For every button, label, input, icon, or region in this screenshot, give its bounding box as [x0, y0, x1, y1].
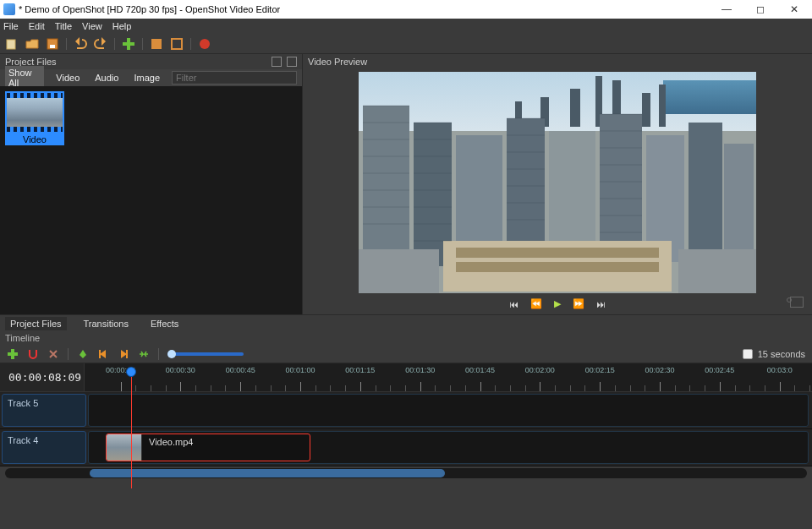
filter-audio[interactable]: Audio: [91, 71, 122, 85]
ruler-row: 00:00:08:09 00:00:1500:00:3000:00:4500:0…: [0, 363, 812, 392]
panel-close-icon[interactable]: [287, 57, 297, 67]
svg-rect-31: [678, 249, 756, 293]
fast-forward-icon[interactable]: ⏩: [573, 298, 584, 309]
fullscreen-icon[interactable]: [170, 37, 184, 51]
svg-rect-29: [456, 262, 659, 272]
tab-effects[interactable]: Effects: [145, 317, 184, 330]
snapshot-icon[interactable]: [790, 297, 804, 308]
clip-thumbnail: [107, 434, 142, 461]
clip[interactable]: Video.mp4: [106, 434, 310, 461]
track-row: Track 4Video.mp4: [0, 429, 812, 466]
zoom-lock-checkbox[interactable]: [743, 349, 753, 359]
razor-icon[interactable]: [47, 348, 59, 360]
menubar: File Edit Title View Help: [0, 19, 812, 34]
snap-icon[interactable]: [27, 348, 39, 360]
import-files-icon[interactable]: [122, 37, 135, 51]
files-area[interactable]: Video: [0, 86, 302, 314]
export-video-icon[interactable]: [198, 37, 211, 51]
file-item[interactable]: Video: [5, 91, 64, 145]
profile-icon[interactable]: [150, 37, 163, 51]
playhead[interactable]: [131, 367, 132, 488]
video-preview[interactable]: [359, 72, 756, 293]
zoom-label: 15 seconds: [758, 349, 805, 359]
video-preview-title: Video Preview: [308, 57, 367, 67]
track-header[interactable]: Track 4: [2, 431, 86, 464]
svg-rect-12: [642, 93, 650, 127]
menu-edit[interactable]: Edit: [29, 21, 45, 31]
timeline-panel: Timeline 15 seconds 00:00:08:09 00:00:15…: [0, 331, 812, 478]
ruler-label: 00:00:45: [226, 366, 255, 374]
rewind-icon[interactable]: ⏪: [530, 298, 542, 309]
svg-rect-6: [172, 39, 182, 49]
svg-rect-2: [50, 45, 55, 48]
ruler-label: 00:01:30: [405, 366, 435, 374]
filter-input[interactable]: [172, 71, 297, 85]
add-marker-icon[interactable]: [77, 348, 89, 360]
menu-help[interactable]: Help: [112, 21, 132, 31]
redo-icon[interactable]: [94, 37, 107, 51]
file-label: Video: [5, 134, 64, 145]
filter-video[interactable]: Video: [52, 71, 83, 85]
filter-row: Show All Video Audio Image: [0, 69, 302, 86]
ruler-label: 00:01:45: [465, 366, 495, 374]
timeline-label: Timeline: [0, 331, 812, 345]
timecode: 00:00:08:09: [0, 363, 85, 391]
jump-end-icon[interactable]: ⏭: [596, 299, 606, 309]
timeline-toolbar: 15 seconds: [0, 345, 812, 363]
center-playhead-icon[interactable]: [138, 348, 150, 360]
ruler-label: 00:02:15: [585, 366, 615, 374]
titlebar: * Demo of OpenShot [HD 720p 30 fps] - Op…: [0, 0, 812, 19]
video-preview-panel: Video Preview: [303, 54, 812, 314]
svg-rect-4: [123, 42, 134, 46]
ruler-label: 00:02:45: [705, 366, 734, 374]
zoom-slider[interactable]: [167, 352, 244, 356]
playhead-knob[interactable]: [126, 367, 136, 377]
close-button[interactable]: ✕: [780, 2, 809, 17]
time-ruler[interactable]: 00:00:1500:00:3000:00:4500:01:0000:01:15…: [85, 363, 812, 391]
prev-marker-icon[interactable]: [97, 348, 109, 360]
jump-start-icon[interactable]: ⏮: [509, 299, 518, 309]
panel-float-icon[interactable]: [272, 57, 282, 67]
play-icon[interactable]: ▶: [554, 298, 561, 309]
next-marker-icon[interactable]: [118, 348, 129, 360]
add-track-icon[interactable]: [7, 348, 19, 360]
save-project-icon[interactable]: [46, 37, 59, 51]
undo-icon[interactable]: [74, 37, 87, 51]
timeline-scrollbar[interactable]: [5, 468, 807, 478]
main-toolbar: [0, 34, 812, 54]
svg-rect-15: [570, 89, 580, 127]
tab-transitions[interactable]: Transitions: [79, 317, 134, 330]
svg-rect-0: [7, 40, 15, 49]
tab-project-files[interactable]: Project Files: [5, 317, 67, 330]
project-files-panel: Project Files Show All Video Audio Image…: [0, 54, 303, 314]
ruler-label: 00:01:00: [285, 366, 315, 374]
track-lane[interactable]: [88, 394, 809, 427]
ruler-label: 00:00:30: [166, 366, 195, 374]
tracks-area: Track 5Track 4Video.mp4: [0, 392, 812, 466]
svg-rect-28: [456, 248, 659, 258]
timeline-scrollbar-thumb[interactable]: [90, 469, 445, 477]
ruler-label: 00:03:0: [767, 366, 793, 374]
ruler-label: 00:02:30: [645, 366, 674, 374]
minimize-button[interactable]: —: [712, 2, 741, 17]
track-lane[interactable]: Video.mp4: [88, 431, 809, 464]
menu-file[interactable]: File: [3, 21, 19, 31]
file-thumbnail: [5, 91, 64, 134]
svg-rect-18: [363, 106, 409, 249]
track-header[interactable]: Track 5: [2, 394, 86, 427]
new-project-icon[interactable]: [5, 37, 19, 51]
svg-rect-9: [663, 80, 756, 114]
svg-rect-5: [151, 39, 162, 49]
menu-title[interactable]: Title: [55, 21, 72, 31]
filter-image[interactable]: Image: [130, 71, 163, 85]
window-title: * Demo of OpenShot [HD 720p 30 fps] - Op…: [19, 4, 712, 14]
menu-view[interactable]: View: [82, 21, 102, 31]
ruler-label: 00:01:15: [345, 366, 375, 374]
maximize-button[interactable]: ◻: [746, 2, 775, 17]
svg-point-7: [200, 39, 210, 49]
open-project-icon[interactable]: [25, 37, 39, 51]
ruler-label: 00:02:00: [525, 366, 555, 374]
zoom-slider-handle[interactable]: [167, 350, 176, 358]
svg-rect-33: [8, 352, 18, 356]
clip-label: Video.mp4: [142, 437, 200, 447]
